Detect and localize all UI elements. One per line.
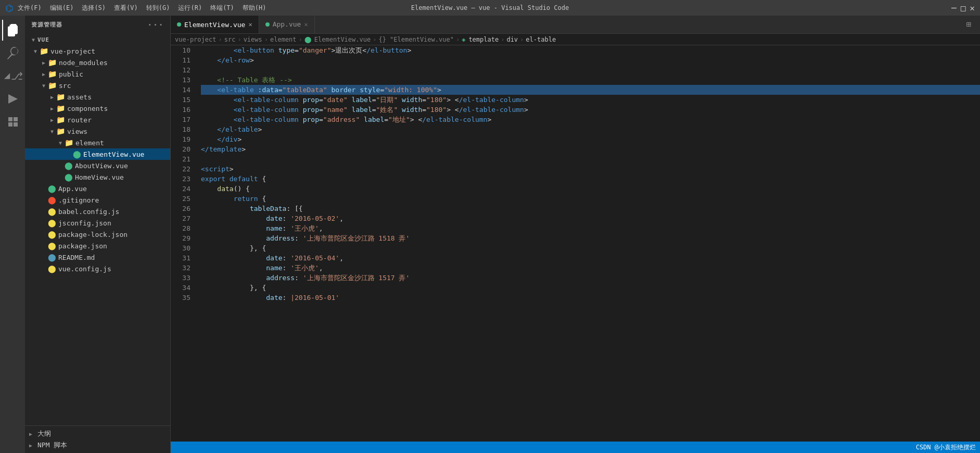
tree-item-public[interactable]: ▶ 📁 public	[25, 68, 170, 80]
tree-item-vue-project[interactable]: ▼ 📁 vue-project	[25, 45, 170, 57]
breadcrumb-sep: ›	[456, 36, 460, 43]
activity-run[interactable]	[2, 89, 23, 109]
breadcrumb-el-table[interactable]: el-table	[526, 36, 556, 43]
tree-item-gitignore[interactable]: ⬤ .gitignore	[25, 194, 170, 206]
breadcrumb-div[interactable]: div	[506, 36, 518, 43]
menu-file[interactable]: 文件(F)	[18, 4, 42, 12]
code-line-27: date: '2016-05-02',	[201, 213, 980, 223]
tree-item-jsconfig[interactable]: ⬤ jsconfig.json	[25, 217, 170, 229]
status-bar-right: CSDN @小袁拒绝摆烂	[916, 443, 976, 452]
menu-run[interactable]: 运行(R)	[178, 4, 202, 12]
code-line-28: name: '王小虎',	[201, 223, 980, 233]
tree-item-src[interactable]: ▼ 📁 src	[25, 80, 170, 91]
activity-search[interactable]	[2, 43, 23, 64]
tree-label: element	[75, 139, 104, 147]
tree-item-views[interactable]: ▼ 📁 views	[25, 125, 170, 137]
menu-goto[interactable]: 转到(G)	[146, 4, 170, 12]
line-num: 17	[171, 115, 190, 124]
tab-elementview[interactable]: ElementView.vue ✕	[171, 16, 259, 33]
menu-edit[interactable]: 编辑(E)	[50, 4, 74, 12]
menu-view[interactable]: 查看(V)	[114, 4, 138, 12]
tab-close-button[interactable]: ✕	[248, 21, 252, 28]
git-file-icon: ⬤	[48, 196, 56, 204]
sidebar-header: 资源管理器 ···	[25, 16, 170, 34]
line-num: 30	[171, 243, 190, 253]
sidebar-more-button[interactable]: ···	[147, 20, 164, 30]
tree-item-element[interactable]: ▼ 📁 element	[25, 137, 170, 148]
line-num: 32	[171, 263, 190, 273]
line-num: 34	[171, 283, 190, 293]
code-line-16: <el-table-column prop="name" label="姓名" …	[201, 105, 980, 115]
tree-item-aboutview[interactable]: ⬤ AboutView.vue	[25, 160, 170, 171]
sidebar-bottom: ▶ 大纲 ▶ NPM 脚本	[25, 425, 170, 453]
menu-terminal[interactable]: 终端(T)	[210, 4, 234, 12]
line-num: 25	[171, 194, 190, 204]
tree-item-assets[interactable]: ▶ 📁 assets	[25, 91, 170, 103]
tree-item-components[interactable]: ▶ 📁 components	[25, 103, 170, 114]
tab-label: ElementView.vue	[184, 21, 245, 29]
js-file-icon: ⬤	[48, 265, 56, 273]
breadcrumb-file[interactable]: ElementView.vue	[314, 36, 371, 43]
menu-help[interactable]: 帮助(H)	[243, 4, 266, 12]
breadcrumb-sep: ›	[520, 36, 524, 43]
breadcrumb-sep: ›	[237, 36, 241, 43]
activity-extensions[interactable]	[2, 111, 23, 132]
code-editor[interactable]: 10 11 12 13 14 15 16 17 18 19 20 21 22 2…	[171, 45, 980, 442]
close-button[interactable]: ✕	[970, 3, 975, 13]
breadcrumb-sep: ›	[218, 36, 222, 43]
title-bar-menu[interactable]: 文件(F) 编辑(E) 选择(S) 查看(V) 转到(G) 运行(R) 终端(T…	[18, 4, 266, 12]
tab-close-button[interactable]: ✕	[304, 21, 308, 28]
tree-label: App.vue	[58, 185, 87, 193]
folder-icon: 📁	[56, 104, 65, 112]
breadcrumb: vue-project › src › views › element › ⬤ …	[171, 34, 980, 45]
activity-explorer[interactable]	[2, 20, 23, 41]
line-num: 18	[171, 124, 190, 134]
breadcrumb-elementview-obj[interactable]: {} "ElementView.vue"	[378, 36, 454, 43]
tree-item-appvue[interactable]: ⬤ App.vue	[25, 183, 170, 194]
minimize-button[interactable]: ─	[951, 3, 957, 13]
split-editor-button[interactable]: ⊞	[961, 17, 976, 32]
maximize-button[interactable]: □	[961, 3, 966, 13]
outline-arrow-icon: ▶	[29, 431, 37, 437]
title-bar-controls[interactable]: ─ □ ✕	[951, 3, 975, 13]
tree-label: src	[59, 82, 71, 90]
tabs-bar: ElementView.vue ✕ App.vue ✕ ⊞	[171, 16, 980, 34]
breadcrumb-src[interactable]: src	[224, 36, 236, 43]
menu-select[interactable]: 选择(S)	[82, 4, 106, 12]
svg-rect-0	[8, 117, 12, 121]
tree-item-package-lock[interactable]: ⬤ package-lock.json	[25, 229, 170, 240]
tree-item-node-modules[interactable]: ▶ 📁 node_modules	[25, 57, 170, 68]
breadcrumb-element[interactable]: element	[270, 36, 297, 43]
line-num: 10	[171, 45, 190, 55]
tree-item-elementview[interactable]: ⬤ ElementView.vue	[25, 148, 170, 160]
tree-item-vueconfig[interactable]: ⬤ vue.config.js	[25, 263, 170, 274]
breadcrumb-template[interactable]: template	[468, 36, 499, 43]
breadcrumb-views[interactable]: views	[244, 36, 262, 43]
tree-label: public	[59, 70, 83, 78]
activity-bar: ⎇	[0, 16, 25, 453]
vue-dot-icon	[265, 22, 270, 27]
code-line-19: </div>	[201, 134, 980, 144]
tree-root-vue[interactable]: ▼ VUE	[25, 34, 170, 45]
svg-rect-3	[14, 122, 18, 127]
line-num: 26	[171, 204, 190, 213]
breadcrumb-vue-project[interactable]: vue-project	[175, 36, 216, 43]
template-breadcrumb-icon: ◈	[462, 36, 465, 43]
line-num: 13	[171, 75, 190, 85]
js-file-icon: ⬤	[48, 207, 56, 216]
tree-item-babel[interactable]: ⬤ babel.config.js	[25, 206, 170, 217]
outline-section[interactable]: ▶ 大纲	[25, 428, 170, 439]
tree-item-readme[interactable]: ⬤ README.md	[25, 251, 170, 263]
tree-item-router[interactable]: ▶ 📁 router	[25, 114, 170, 125]
activity-source-control[interactable]: ⎇	[2, 66, 23, 86]
tree-label: node_modules	[59, 59, 108, 67]
folder-arrow-icon: ▶	[40, 71, 48, 77]
line-num: 28	[171, 223, 190, 233]
folder-icon: 📁	[48, 70, 57, 78]
vue-breadcrumb-icon: ⬤	[304, 36, 311, 43]
tab-appvue[interactable]: App.vue ✕	[259, 16, 315, 33]
npm-scripts-section[interactable]: ▶ NPM 脚本	[25, 439, 170, 451]
vue-file-icon: ⬤	[65, 161, 73, 170]
tree-item-package[interactable]: ⬤ package.json	[25, 240, 170, 251]
tree-item-homeview[interactable]: ⬤ HomeView.vue	[25, 171, 170, 183]
